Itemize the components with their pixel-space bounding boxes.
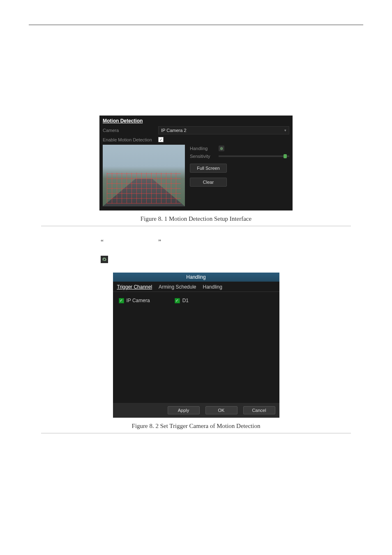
- ip-camera-checkbox[interactable]: ✓: [119, 298, 124, 303]
- tab-handling[interactable]: Handling: [203, 284, 222, 290]
- gear-icon: [101, 256, 108, 263]
- close-quote: ”: [158, 238, 161, 246]
- chevron-down-icon: ▾: [284, 128, 286, 132]
- sensitivity-slider[interactable]: [219, 155, 289, 157]
- motion-detection-panel: Motion Detection Camera IP Camera 2 ▾ En…: [99, 116, 293, 210]
- camera-label: Camera: [103, 128, 158, 133]
- figure-caption-82: Figure 8. 2 Set Trigger Camera of Motion…: [29, 423, 363, 430]
- tab-trigger-channel[interactable]: Trigger Channel: [117, 284, 152, 290]
- handling-dialog: Handling Trigger Channel Arming Schedule…: [113, 273, 279, 418]
- panel-title: Motion Detection: [103, 118, 289, 124]
- apply-button[interactable]: Apply: [168, 406, 200, 414]
- camera-select[interactable]: IP Camera 2 ▾: [158, 126, 289, 134]
- open-quote: “: [101, 238, 104, 246]
- enable-motion-label: Enable Motion Detection: [103, 137, 158, 142]
- ok-button[interactable]: OK: [205, 406, 238, 414]
- cancel-button[interactable]: Cancel: [243, 406, 275, 414]
- handling-label: Handling: [190, 146, 214, 151]
- divider: [41, 433, 351, 433]
- d1-checkbox[interactable]: ✓: [175, 298, 180, 303]
- motion-grid-overlay: [107, 173, 181, 204]
- video-preview[interactable]: [103, 145, 185, 206]
- clear-button[interactable]: Clear: [190, 178, 227, 187]
- slider-thumb[interactable]: [284, 154, 287, 158]
- gear-svg: [102, 257, 107, 262]
- divider: [41, 226, 351, 226]
- quote-marks: “ ”: [101, 238, 363, 248]
- sensitivity-label: Sensitivity: [190, 154, 214, 159]
- ip-camera-label: IP Camera: [127, 298, 150, 303]
- top-rule: [29, 25, 363, 25]
- gear-icon[interactable]: ✲: [219, 146, 224, 151]
- dialog-title: Handling: [113, 273, 279, 282]
- fullscreen-button[interactable]: Full Screen: [190, 164, 227, 173]
- dialog-tabs: Trigger Channel Arming Schedule Handling: [113, 282, 279, 292]
- figure-caption-81: Figure 8. 1 Motion Detection Setup Inter…: [29, 215, 363, 222]
- enable-motion-checkbox[interactable]: ✓: [158, 137, 164, 142]
- tab-arming-schedule[interactable]: Arming Schedule: [159, 284, 196, 290]
- camera-select-value: IP Camera 2: [161, 128, 187, 133]
- d1-label: D1: [182, 298, 189, 303]
